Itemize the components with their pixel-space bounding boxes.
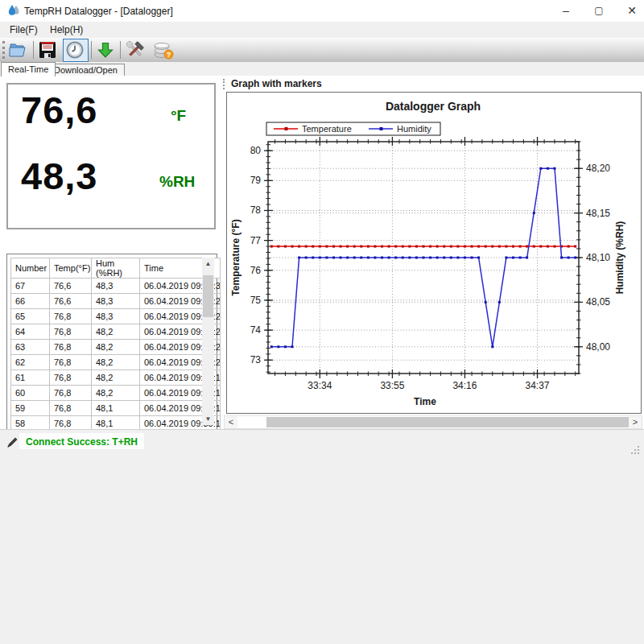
table-cell: 76,6 bbox=[50, 279, 92, 294]
pen-icon bbox=[6, 436, 19, 448]
svg-text:73: 73 bbox=[250, 354, 262, 365]
table-row[interactable]: 6076,848,206.04.2019 09:35:16 bbox=[11, 386, 221, 401]
tools-icon bbox=[126, 40, 145, 60]
svg-text:Humidity (%RH): Humidity (%RH) bbox=[614, 221, 625, 295]
table-row[interactable]: 6376,848,206.04.2019 09:35:23 bbox=[11, 340, 221, 355]
table-cell: 48,2 bbox=[92, 355, 140, 370]
maximize-button[interactable]: ▢ bbox=[584, 0, 613, 22]
table-row[interactable]: 6476,848,206.04.2019 09:35:25 bbox=[11, 324, 221, 340]
table-cell: 76,8 bbox=[50, 340, 92, 355]
toolbar-grip[interactable] bbox=[2, 41, 5, 59]
svg-text:78: 78 bbox=[250, 204, 262, 216]
status-bar: Connect Success: T+RH bbox=[0, 429, 644, 459]
svg-text:Datalogger Graph: Datalogger Graph bbox=[386, 100, 481, 113]
svg-text:77: 77 bbox=[250, 235, 262, 246]
column-header[interactable]: Hum (%RH) bbox=[92, 258, 140, 279]
log-table-panel: NumberTemp(°F)Hum (%RH)Time6776,648,306.… bbox=[6, 254, 217, 431]
graph-scrollbar[interactable]: < > bbox=[224, 415, 642, 429]
table-cell: 76,8 bbox=[50, 401, 92, 416]
table-cell: 48,3 bbox=[92, 309, 140, 324]
table-cell: 48,3 bbox=[92, 294, 140, 309]
humidity-value: 48,3 bbox=[21, 154, 97, 198]
table-cell: 48,3 bbox=[92, 279, 140, 294]
toolbar-separator bbox=[91, 41, 92, 59]
app-window: TempRH Datalogger - [Datalogger] – ▢ ✕ F… bbox=[0, 0, 644, 644]
title-bar: TempRH Datalogger - [Datalogger] – ▢ ✕ bbox=[0, 0, 644, 22]
table-row[interactable]: 6676,648,306.04.2019 09:35:29 bbox=[11, 294, 221, 309]
table-row[interactable]: 5976,848,106.04.2019 09:35:14 bbox=[11, 401, 221, 416]
scroll-thumb[interactable] bbox=[266, 417, 630, 427]
menu-file[interactable]: File(F) bbox=[5, 22, 43, 38]
table-cell: 76,8 bbox=[50, 386, 92, 401]
tab-download-open[interactable]: Download/Open bbox=[47, 64, 125, 76]
table-cell: 48,2 bbox=[92, 386, 140, 401]
datalogger-chart: 33:3433:5534:1634:37737475767778798048,0… bbox=[227, 93, 639, 411]
minimize-button[interactable]: – bbox=[551, 0, 580, 22]
real-time-button[interactable] bbox=[63, 39, 89, 62]
table-cell: 76,6 bbox=[50, 294, 92, 309]
tab-strip: Real-Time Download/Open bbox=[0, 62, 644, 76]
save-button[interactable] bbox=[36, 39, 59, 60]
folder-open-icon bbox=[8, 40, 27, 60]
scroll-right-arrow[interactable]: > bbox=[629, 416, 642, 428]
log-table: NumberTemp(°F)Hum (%RH)Time6776,648,306.… bbox=[10, 258, 221, 431]
svg-text:48,05: 48,05 bbox=[586, 296, 610, 308]
column-header[interactable]: Number bbox=[11, 258, 50, 279]
clock-icon bbox=[65, 40, 85, 60]
app-logo-icon bbox=[7, 4, 20, 17]
svg-text:Temperature: Temperature bbox=[302, 124, 352, 134]
scroll-down-arrow[interactable]: ▼ bbox=[202, 413, 214, 425]
table-cell: 67 bbox=[11, 279, 50, 294]
svg-text:?: ? bbox=[167, 51, 171, 59]
table-cell: 64 bbox=[11, 324, 50, 340]
svg-text:34:16: 34:16 bbox=[452, 380, 477, 391]
table-cell: 60 bbox=[11, 386, 50, 401]
table-row[interactable]: 6176,848,206.04.2019 09:35:18 bbox=[11, 370, 221, 386]
table-cell: 62 bbox=[11, 355, 50, 370]
toolbar-separator bbox=[33, 41, 34, 59]
table-cell: 63 bbox=[11, 340, 50, 355]
svg-text:74: 74 bbox=[250, 324, 262, 336]
table-cell: 76,8 bbox=[50, 355, 92, 370]
scroll-up-arrow[interactable]: ▲ bbox=[202, 258, 214, 270]
table-cell: 65 bbox=[11, 309, 50, 324]
data-help-button[interactable]: ? bbox=[151, 39, 174, 60]
graph-panel-title: Graph with markers bbox=[231, 78, 322, 89]
table-cell: 48,1 bbox=[92, 401, 140, 416]
close-button[interactable]: ✕ bbox=[617, 0, 644, 22]
table-cell: 48,2 bbox=[92, 370, 140, 386]
table-row[interactable]: 6276,848,206.04.2019 09:35:21 bbox=[11, 355, 221, 370]
temperature-unit: °F bbox=[171, 107, 186, 125]
window-title: TempRH Datalogger - [Datalogger] bbox=[24, 6, 173, 17]
toolbar: ? bbox=[0, 38, 644, 63]
svg-text:79: 79 bbox=[250, 175, 262, 186]
open-file-button[interactable] bbox=[6, 39, 29, 60]
tab-real-time[interactable]: Real-Time bbox=[1, 62, 56, 76]
download-button[interactable] bbox=[94, 39, 117, 60]
table-cell: 76,8 bbox=[50, 370, 92, 386]
table-cell: 66 bbox=[11, 294, 50, 309]
table-row[interactable]: 6576,848,306.04.2019 09:35:27 bbox=[11, 309, 221, 324]
table-scrollbar[interactable]: ▲ ▼ bbox=[202, 258, 214, 425]
humidity-unit: %RH bbox=[159, 173, 195, 191]
svg-text:Time: Time bbox=[414, 396, 436, 407]
svg-text:34:37: 34:37 bbox=[526, 380, 550, 391]
readout-panel: 76,6 °F 48,3 %RH bbox=[6, 83, 216, 229]
menu-help[interactable]: Help(H) bbox=[45, 22, 88, 38]
column-header[interactable]: Temp(°F) bbox=[50, 258, 92, 279]
status-message-box: Connect Success: T+RH bbox=[19, 433, 144, 449]
menu-bar: File(F) Help(H) bbox=[0, 22, 644, 38]
svg-text:48,10: 48,10 bbox=[586, 252, 610, 263]
table-row[interactable]: 6776,648,306.04.2019 09:35:31 bbox=[11, 279, 221, 294]
temperature-value: 76,6 bbox=[21, 88, 97, 132]
scroll-left-arrow[interactable]: < bbox=[225, 416, 237, 428]
window-resize-grip[interactable] bbox=[631, 446, 639, 454]
svg-text:80: 80 bbox=[250, 145, 262, 156]
floppy-disk-icon bbox=[38, 40, 57, 60]
scroll-thumb[interactable] bbox=[203, 275, 213, 317]
table-cell: 61 bbox=[11, 370, 50, 386]
database-question-icon: ? bbox=[153, 40, 174, 60]
svg-text:48,20: 48,20 bbox=[586, 163, 610, 174]
settings-button[interactable] bbox=[124, 39, 147, 60]
graph-panel-grip[interactable] bbox=[223, 79, 225, 89]
